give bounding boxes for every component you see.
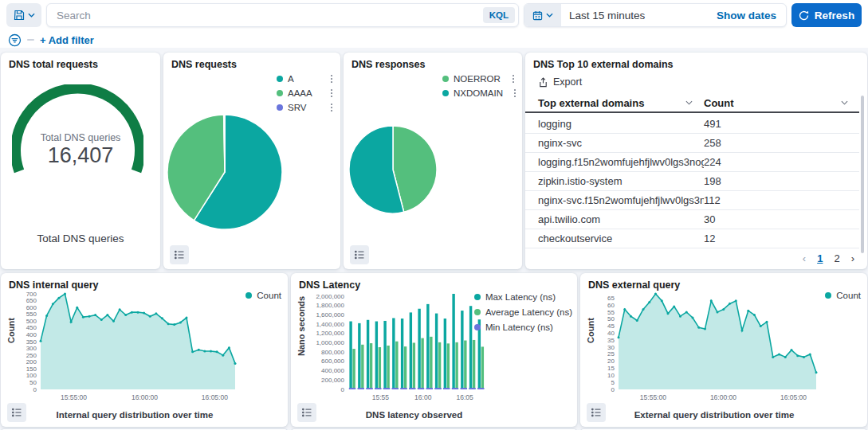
bar-min-latency[interactable] (366, 388, 372, 389)
bar-max-latency[interactable] (367, 320, 369, 389)
pagination-next-icon[interactable]: › (851, 252, 854, 264)
export-button[interactable]: Export (538, 76, 582, 88)
bar-avg-latency[interactable] (447, 343, 450, 389)
bar-max-latency[interactable] (452, 294, 454, 389)
pagination-page-2[interactable]: 2 (834, 252, 839, 264)
axis-tick-label: 1,600,000 (316, 311, 344, 319)
table-row[interactable]: zipkin.istio-system198 (525, 172, 859, 191)
bar-avg-latency[interactable] (473, 340, 475, 389)
legend-toggle-button[interactable] (170, 245, 189, 264)
bar-max-latency[interactable] (426, 304, 429, 389)
axis-tick-label: 16:00:00 (132, 393, 158, 401)
data-point (131, 311, 133, 314)
bar-avg-latency[interactable] (352, 349, 355, 389)
axis-tick-label: 350 (26, 338, 37, 346)
pagination-prev-icon[interactable]: ‹ (803, 252, 806, 264)
bar-avg-latency[interactable] (370, 343, 372, 389)
bar-max-latency[interactable] (392, 318, 395, 389)
bar-avg-latency[interactable] (395, 342, 398, 389)
bar-min-latency[interactable] (400, 388, 407, 389)
legend-toggle-button[interactable] (350, 245, 369, 264)
time-range-value[interactable]: Last 15 minutes (561, 4, 707, 26)
legend-menu-icon[interactable] (324, 89, 333, 98)
bar-min-latency[interactable] (418, 388, 424, 389)
table-row[interactable]: logging.f15n2womfujehfjlwv0lgs3nog....22… (525, 153, 859, 172)
bar-avg-latency[interactable] (379, 347, 381, 389)
bar-avg-latency[interactable] (438, 342, 441, 389)
bar-avg-latency[interactable] (413, 342, 415, 389)
bar-avg-latency[interactable] (481, 346, 484, 389)
legend-item-Count[interactable]: Count (825, 291, 861, 300)
bar-min-latency[interactable] (375, 388, 381, 389)
legend-menu-icon[interactable] (324, 104, 333, 112)
legend-item-A[interactable]: A (277, 74, 332, 84)
bar-min-latency[interactable] (349, 388, 355, 389)
legend-item-Max Latency (ns)[interactable]: Max Latency (ns) (474, 292, 572, 302)
saved-query-menu-button[interactable] (6, 3, 41, 27)
column-header-count[interactable]: Count (704, 94, 859, 111)
bar-max-latency[interactable] (418, 309, 420, 389)
bar-min-latency[interactable] (452, 388, 458, 389)
table-row[interactable]: nginx-svc.f15n2womfujehfjlwv0lgs3no...11… (525, 191, 859, 210)
bar-min-latency[interactable] (434, 388, 441, 389)
legend-item-NXDOMAIN[interactable]: NXDOMAIN (442, 88, 514, 98)
bar-min-latency[interactable] (426, 388, 433, 389)
bar-max-latency[interactable] (375, 322, 378, 389)
bar-max-latency[interactable] (401, 319, 403, 389)
legend-item-Count[interactable]: Count (245, 291, 281, 300)
legend-item-NOERROR[interactable]: NOERROR (442, 74, 514, 84)
table-row[interactable]: nginx-svc258 (525, 134, 859, 153)
panel-dns-top-domains: DNS Top 10 external domains Export Top e… (525, 53, 867, 269)
table-scrollbar[interactable] (861, 96, 864, 253)
filter-icon[interactable] (8, 33, 22, 47)
legend-menu-icon[interactable] (324, 75, 333, 84)
axis-tick-label: 400 (26, 331, 37, 338)
legend-menu-icon[interactable] (506, 75, 515, 84)
legend-item-Average Latency (ns)[interactable]: Average Latency (ns) (474, 307, 572, 317)
bar-max-latency[interactable] (435, 314, 438, 389)
bar-min-latency[interactable] (469, 388, 475, 389)
count-cell: 112 (704, 194, 859, 206)
bar-avg-latency[interactable] (455, 342, 458, 389)
legend-label: AAAA (288, 88, 312, 98)
add-filter-button[interactable]: + Add filter (40, 34, 94, 46)
refresh-button[interactable]: Refresh (791, 3, 862, 27)
bar-min-latency[interactable] (383, 388, 390, 389)
bar-min-latency[interactable] (409, 388, 415, 389)
bar-max-latency[interactable] (349, 322, 352, 389)
bar-min-latency[interactable] (392, 388, 399, 389)
bar-min-latency[interactable] (461, 388, 467, 389)
bar-min-latency[interactable] (443, 388, 450, 389)
kql-language-button[interactable]: KQL (483, 7, 515, 23)
legend-toggle-button[interactable] (587, 403, 606, 422)
legend-toggle-button[interactable] (297, 403, 316, 422)
column-header-domains[interactable]: Top external domains (525, 94, 704, 111)
legend-item-Min Latency (ns)[interactable]: Min Latency (ns) (474, 322, 572, 332)
bar-max-latency[interactable] (410, 312, 412, 389)
table-row[interactable]: checkoutservice12 (525, 229, 859, 248)
show-dates-button[interactable]: Show dates (707, 4, 786, 26)
bar-min-latency[interactable] (477, 388, 484, 389)
search-input[interactable] (47, 10, 483, 22)
table-row[interactable]: logging491 (525, 115, 859, 134)
bar-min-latency[interactable] (358, 388, 364, 389)
bar-avg-latency[interactable] (387, 346, 389, 389)
legend-item-AAAA[interactable]: AAAA (277, 88, 332, 98)
bar-avg-latency[interactable] (430, 337, 432, 389)
bar-max-latency[interactable] (358, 323, 360, 389)
bar-avg-latency[interactable] (421, 338, 423, 389)
bar-avg-latency[interactable] (361, 345, 363, 389)
data-point (40, 340, 42, 342)
table-row[interactable]: api.twilio.com30 (525, 210, 859, 229)
bar-max-latency[interactable] (383, 321, 386, 389)
legend-menu-icon[interactable] (508, 89, 516, 98)
date-picker-menu-button[interactable] (524, 4, 561, 26)
bar-avg-latency[interactable] (464, 341, 466, 389)
pagination-page-1[interactable]: 1 (817, 252, 823, 264)
bar-max-latency[interactable] (444, 319, 446, 389)
legend-toggle-button[interactable] (7, 403, 26, 422)
bar-avg-latency[interactable] (404, 346, 407, 389)
bar-max-latency[interactable] (461, 311, 463, 389)
legend-item-SRV[interactable]: SRV (277, 103, 332, 112)
bar-max-latency[interactable] (469, 306, 472, 389)
